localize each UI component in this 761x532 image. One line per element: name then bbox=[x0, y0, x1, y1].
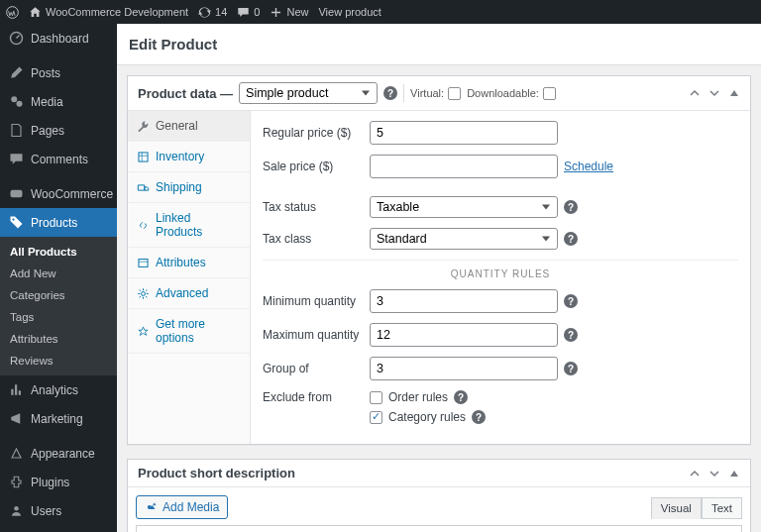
category-rules-checkbox[interactable]: ✓ bbox=[370, 411, 382, 424]
submenu-tags[interactable]: Tags bbox=[0, 306, 117, 328]
help-icon[interactable]: ? bbox=[564, 200, 578, 214]
tab-advanced[interactable]: Advanced bbox=[128, 278, 250, 309]
short-desc-header: Product short description bbox=[128, 460, 750, 487]
regular-price-input[interactable] bbox=[370, 121, 558, 145]
menu-media[interactable]: Media bbox=[0, 87, 117, 116]
chevron-up-icon[interactable] bbox=[689, 87, 701, 99]
order-rules-checkbox[interactable] bbox=[370, 391, 382, 404]
max-qty-input[interactable] bbox=[370, 323, 558, 347]
menu-users[interactable]: Users bbox=[0, 496, 117, 525]
svg-point-6 bbox=[14, 506, 19, 511]
sale-price-input[interactable] bbox=[370, 155, 558, 178]
tax-class-select[interactable]: Standard bbox=[370, 228, 558, 250]
menu-appearance[interactable]: Appearance bbox=[0, 439, 117, 468]
tax-status-select[interactable]: Taxable bbox=[370, 196, 558, 218]
svg-rect-11 bbox=[139, 152, 148, 160]
category-rules-label: Category rules bbox=[388, 410, 466, 424]
menu-marketing[interactable]: Marketing bbox=[0, 404, 117, 433]
site-name-text: WooCommerce Development bbox=[46, 6, 188, 18]
tab-more-label: Get more options bbox=[156, 317, 241, 345]
updates-link[interactable]: 14 bbox=[198, 6, 227, 19]
order-rules-label: Order rules bbox=[388, 390, 448, 404]
group-of-label: Group of bbox=[263, 362, 370, 375]
menu-pages[interactable]: Pages bbox=[0, 116, 117, 145]
add-media-label: Add Media bbox=[163, 500, 219, 514]
tab-general[interactable]: General bbox=[128, 111, 250, 142]
exclude-from-label: Exclude from bbox=[263, 390, 370, 404]
caret-up-icon[interactable] bbox=[728, 87, 740, 99]
help-icon[interactable]: ? bbox=[564, 362, 578, 375]
short-description-panel: Product short description Add Media Visu… bbox=[127, 459, 751, 532]
submenu-add-new[interactable]: Add New bbox=[0, 263, 117, 284]
new-link[interactable]: New bbox=[270, 6, 308, 19]
product-data-heading: Product data — bbox=[138, 86, 233, 101]
tab-linked[interactable]: Linked Products bbox=[128, 203, 250, 248]
tax-status-label: Tax status bbox=[263, 200, 370, 214]
menu-comments[interactable]: Comments bbox=[0, 145, 117, 173]
submenu-categories[interactable]: Categories bbox=[0, 284, 117, 306]
menu-analytics[interactable]: Analytics bbox=[0, 375, 117, 404]
chevron-down-icon[interactable] bbox=[708, 468, 720, 479]
menu-media-label: Media bbox=[31, 95, 63, 109]
group-of-input[interactable] bbox=[370, 357, 558, 380]
menu-plugins[interactable]: Plugins bbox=[0, 468, 117, 496]
product-data-tabs: General Inventory Shipping Linked Produc… bbox=[128, 111, 251, 444]
downloadable-checkbox[interactable] bbox=[543, 87, 556, 100]
menu-appearance-label: Appearance bbox=[31, 447, 95, 461]
menu-woocommerce[interactable]: WooCommerce bbox=[0, 179, 117, 208]
tab-general-label: General bbox=[156, 119, 198, 133]
chevron-down-icon[interactable] bbox=[708, 87, 720, 99]
chevron-up-icon[interactable] bbox=[689, 468, 701, 479]
product-data-fields: Regular price ($) Sale price ($) Schedul… bbox=[251, 111, 750, 444]
site-name[interactable]: WooCommerce Development bbox=[29, 6, 188, 19]
view-label: View product bbox=[318, 6, 380, 18]
comments-link[interactable]: 0 bbox=[237, 6, 260, 19]
editor-tab-text[interactable]: Text bbox=[702, 497, 742, 519]
tab-shipping-label: Shipping bbox=[156, 180, 202, 194]
svg-point-13 bbox=[142, 291, 146, 295]
product-type-select[interactable]: Simple product bbox=[239, 82, 378, 104]
schedule-link[interactable]: Schedule bbox=[564, 160, 613, 173]
menu-products-label: Products bbox=[31, 216, 77, 230]
menu-tools[interactable]: Tools bbox=[0, 525, 117, 532]
product-data-panel: Product data — Simple product ? Virtual:… bbox=[127, 75, 751, 445]
caret-up-icon[interactable] bbox=[728, 468, 740, 479]
menu-posts[interactable]: Posts bbox=[0, 58, 117, 87]
tab-shipping[interactable]: Shipping bbox=[128, 172, 250, 203]
help-icon[interactable]: ? bbox=[564, 232, 578, 246]
svg-rect-4 bbox=[11, 190, 23, 198]
editor-tab-visual[interactable]: Visual bbox=[651, 497, 702, 519]
tab-more-options[interactable]: Get more options bbox=[128, 309, 250, 354]
min-qty-input[interactable] bbox=[370, 289, 558, 313]
tab-inventory[interactable]: Inventory bbox=[128, 142, 250, 172]
menu-comments-label: Comments bbox=[31, 153, 88, 166]
menu-products[interactable]: Products bbox=[0, 208, 117, 237]
admin-sidebar: Dashboard Posts Media Pages Comments Woo… bbox=[0, 24, 117, 532]
help-icon[interactable]: ? bbox=[564, 294, 578, 308]
product-data-header: Product data — Simple product ? Virtual:… bbox=[128, 76, 750, 111]
help-icon[interactable]: ? bbox=[564, 328, 578, 342]
view-product-link[interactable]: View product bbox=[318, 6, 380, 18]
tab-advanced-label: Advanced bbox=[156, 286, 208, 300]
help-icon[interactable]: ? bbox=[472, 410, 486, 424]
menu-posts-label: Posts bbox=[31, 66, 60, 80]
tab-attributes[interactable]: Attributes bbox=[128, 248, 250, 278]
panel-handle-actions bbox=[689, 87, 740, 99]
menu-pages-label: Pages bbox=[31, 124, 64, 138]
wp-logo[interactable] bbox=[6, 6, 19, 19]
page-title: Edit Product bbox=[129, 36, 749, 53]
submenu-products: All Products Add New Categories Tags Att… bbox=[0, 237, 117, 375]
virtual-checkbox[interactable] bbox=[448, 87, 461, 100]
help-icon[interactable]: ? bbox=[454, 390, 468, 404]
svg-point-5 bbox=[12, 218, 14, 220]
help-icon[interactable]: ? bbox=[383, 86, 397, 100]
submenu-all-products[interactable]: All Products bbox=[0, 241, 117, 263]
submenu-attributes[interactable]: Attributes bbox=[0, 328, 117, 350]
editor-toolbar: Paragraph B I 123 bbox=[136, 525, 742, 532]
add-media-button[interactable]: Add Media bbox=[136, 495, 228, 519]
submenu-reviews[interactable]: Reviews bbox=[0, 350, 117, 372]
tab-inventory-label: Inventory bbox=[156, 150, 204, 163]
panel-handle-actions bbox=[689, 468, 740, 479]
menu-dashboard[interactable]: Dashboard bbox=[0, 24, 117, 53]
max-qty-label: Maximum quantity bbox=[263, 328, 370, 342]
